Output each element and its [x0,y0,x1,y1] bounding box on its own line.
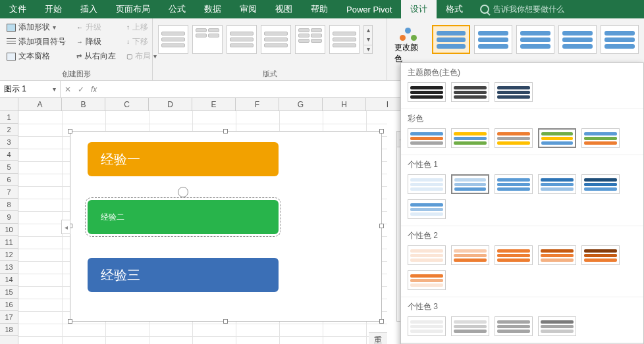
tab-view[interactable]: 视图 [266,0,302,18]
row-header[interactable]: 2 [0,124,18,136]
color-variation-thumb[interactable] [451,316,489,336]
promote-button[interactable]: ←升级 [75,21,117,34]
row-header[interactable]: 15 [0,286,18,299]
tab-data[interactable]: 数据 [195,0,230,18]
color-variation-thumb[interactable] [538,245,576,265]
layout-thumb[interactable] [158,25,188,54]
color-variation-thumb[interactable] [408,128,446,148]
row-header[interactable]: 5 [0,161,18,174]
layout-thumb[interactable] [227,25,257,54]
tab-file[interactable]: 文件 [0,0,36,18]
style-thumb[interactable] [474,25,512,54]
cells-area[interactable]: ◂ 经验一 经验二 经验三 在此 [18,111,414,344]
fx-icon[interactable]: fx [91,85,97,94]
row-header[interactable]: 14 [0,274,18,286]
color-variation-thumb[interactable] [581,245,620,265]
row-header[interactable]: 12 [0,249,18,261]
color-variation-thumb[interactable] [495,316,533,336]
color-variation-thumb[interactable] [408,199,446,219]
color-variation-thumb[interactable] [495,128,533,148]
color-variation-thumb[interactable] [538,316,576,336]
rtl-button[interactable]: ⇄从右向左 [75,50,117,62]
row-header[interactable]: 11 [0,236,18,249]
tell-me-search[interactable]: 告诉我你想要做什么 [472,0,644,18]
add-bullet-button[interactable]: 添加项目符号 [5,36,67,48]
tab-home[interactable]: 开始 [36,0,71,18]
smartart-object[interactable]: ◂ 经验一 经验二 经验三 [70,131,382,322]
layout-thumb[interactable] [329,25,360,54]
color-variation-thumb[interactable] [408,270,446,290]
row-header[interactable]: 6 [0,174,18,186]
tab-format[interactable]: 格式 [437,0,472,18]
style-thumb[interactable] [432,25,470,54]
resize-handle[interactable] [223,129,228,134]
resize-handle[interactable] [223,319,228,324]
layout-thumb[interactable] [295,25,325,54]
textpane-toggle[interactable]: ◂ [61,220,70,234]
column-header[interactable]: H [323,98,366,111]
bottom-button[interactable]: 重 [369,332,387,344]
row-header[interactable]: 10 [0,224,18,236]
style-thumb[interactable] [516,25,554,54]
row-header[interactable]: 9 [0,211,18,224]
column-header[interactable]: F [236,98,279,111]
color-variation-thumb[interactable] [495,82,533,102]
color-variation-thumb[interactable] [538,174,576,194]
column-header[interactable]: C [105,98,149,111]
layout-thumb[interactable] [261,25,291,54]
tab-insert[interactable]: 插入 [71,0,107,18]
rotate-handle[interactable] [178,187,188,197]
gallery-up-icon[interactable]: ▴ [364,26,372,34]
tab-formula[interactable]: 公式 [159,0,195,18]
text-pane-button[interactable]: 文本窗格 [5,50,67,62]
color-variation-thumb[interactable] [451,174,489,194]
resize-handle[interactable] [379,319,384,324]
column-header[interactable]: G [279,98,323,111]
column-header[interactable]: A [18,98,62,111]
color-variation-thumb[interactable] [451,128,489,148]
color-variation-thumb[interactable] [408,174,446,194]
row-header[interactable]: 4 [0,149,18,161]
column-header[interactable]: B [62,98,105,111]
color-variation-thumb[interactable] [451,245,489,265]
row-header[interactable]: 18 [0,324,18,336]
smartart-shape-1[interactable]: 经验一 [88,142,279,176]
add-shape-button[interactable]: 添加形状 ▾ [5,21,67,34]
row-header[interactable]: 17 [0,311,18,324]
color-variation-thumb[interactable] [408,82,446,102]
gallery-down-icon[interactable]: ▾ [364,36,372,43]
row-header[interactable]: 3 [0,136,18,149]
row-header[interactable]: 8 [0,199,18,211]
style-thumb[interactable] [601,25,639,54]
row-header[interactable]: 1 [0,111,18,124]
smartart-shape-2[interactable]: 经验二 [88,200,279,234]
color-variation-thumb[interactable] [581,174,620,194]
tab-design[interactable]: 设计 [401,0,437,18]
smartart-shape-3[interactable]: 经验三 [88,258,279,292]
resize-handle[interactable] [379,224,384,228]
row-header[interactable]: 13 [0,261,18,274]
tab-layout[interactable]: 页面布局 [107,0,159,18]
tab-review[interactable]: 审阅 [230,0,266,18]
color-variation-thumb[interactable] [451,82,489,102]
color-variation-thumb[interactable] [538,128,576,148]
demote-button[interactable]: →降级 [75,36,117,48]
style-thumb[interactable] [558,25,597,54]
color-variation-thumb[interactable] [408,316,446,336]
resize-handle[interactable] [68,129,72,134]
color-variation-thumb[interactable] [495,245,533,265]
select-all-corner[interactable] [0,98,18,111]
layout-thumb[interactable] [192,25,223,54]
confirm-icon[interactable]: ✓ [78,85,84,94]
row-header[interactable]: 7 [0,186,18,199]
tab-help[interactable]: 帮助 [302,0,337,18]
name-box[interactable]: 图示 1▾ [0,81,61,97]
color-variation-thumb[interactable] [408,245,446,265]
column-header[interactable]: E [192,98,236,111]
resize-handle[interactable] [379,129,384,134]
column-header[interactable]: D [149,98,192,111]
row-header[interactable]: 16 [0,299,18,311]
color-variation-thumb[interactable] [581,128,620,148]
color-variation-thumb[interactable] [495,174,533,194]
cancel-icon[interactable]: ✕ [65,85,71,94]
